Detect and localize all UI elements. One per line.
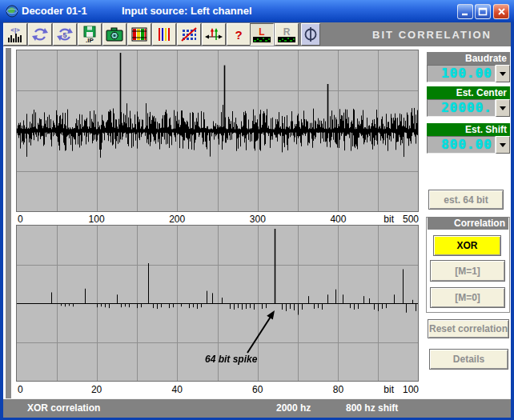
floppy-disk-icon [81, 26, 98, 38]
mode-heading: BIT CORRELATION [372, 29, 492, 41]
right-waveform-icon [278, 37, 295, 42]
dropdown-arrow-icon [500, 106, 506, 110]
title-bar[interactable]: Decoder 01-1 Input source: Left channel [0, 0, 514, 22]
help-button[interactable]: ? [227, 23, 251, 46]
save-ip-button[interactable]: .IP [78, 23, 102, 46]
refresh-icon [30, 25, 50, 44]
help-icon: ? [235, 29, 242, 41]
axis-tick-label: 0 [18, 384, 23, 395]
right-channel-button[interactable]: R [275, 23, 299, 46]
m0-button[interactable]: [M=0] [430, 287, 505, 308]
refresh-button[interactable] [28, 23, 52, 46]
annotation-arrow-icon [243, 306, 279, 358]
camera-icon [105, 27, 124, 42]
est-center-dropdown-button[interactable] [496, 99, 510, 117]
spectrum-icon: <|> [6, 25, 25, 44]
status-mode: XOR correlation [27, 402, 100, 414]
status-center-freq: 2000 hz [276, 402, 311, 414]
est-shift-dropdown-button[interactable] [496, 136, 510, 154]
close-button[interactable] [493, 4, 509, 19]
refresh-5-icon: 5 [55, 25, 74, 44]
shift-marker-button[interactable] [202, 23, 226, 46]
axis-arrows-icon [204, 26, 223, 43]
grid-disable-button[interactable] [177, 23, 201, 46]
axis-tick-label: 100 [403, 384, 419, 395]
left-channel-button[interactable]: L [250, 23, 274, 46]
axis-tick-label: 60 [252, 384, 263, 395]
dropdown-arrow-icon [500, 143, 506, 147]
axis-unit-label: bit [383, 214, 394, 225]
axis-unit-label: bit [383, 384, 394, 395]
svg-text:<|>: <|> [10, 26, 20, 34]
left-channel-label: L [259, 27, 264, 37]
est-shift-value[interactable]: 800.00 [427, 136, 496, 154]
axis-tick-label: 100 [89, 214, 105, 225]
lower-chart-axis: 020406080100bit [16, 384, 419, 395]
window-content: <|> [3, 22, 511, 417]
axis-tick-label: 200 [169, 214, 185, 225]
axis-tick-label: 300 [250, 214, 266, 225]
left-waveform-icon [253, 37, 271, 42]
minimize-button[interactable] [457, 4, 473, 19]
status-shift: 800 hz shift [346, 402, 398, 414]
axis-tick-label: 500 [403, 214, 419, 225]
est-64-bit-button[interactable]: est. 64 bit [428, 190, 504, 210]
color-bars-icon [130, 26, 149, 43]
est-center-caption: Est. Center [427, 86, 510, 99]
upper-chart-panel [16, 50, 419, 212]
status-bar: XOR correlation 2000 hz 800 hz shift [3, 398, 511, 418]
baudrate-caption: Baudrate [427, 52, 510, 65]
axis-tick-label: 40 [172, 384, 183, 395]
refresh-5-button[interactable]: 5 [53, 23, 77, 46]
upper-correlation-chart[interactable] [17, 50, 418, 211]
power-circle-icon [301, 26, 320, 43]
window-subtitle: Input source: Left channel [122, 5, 252, 17]
baudrate-dropdown-button[interactable] [496, 65, 510, 82]
axis-tick-label: 400 [330, 214, 346, 225]
maximize-icon [478, 7, 488, 16]
maximize-button[interactable] [475, 4, 491, 19]
m1-button[interactable]: [M=1] [430, 260, 505, 282]
right-channel-label: R [283, 27, 291, 37]
color-lines-icon [155, 26, 174, 43]
window-title: Decoder 01-1 [22, 5, 87, 17]
svg-text:5: 5 [62, 31, 66, 39]
app-globe-icon [6, 5, 18, 18]
est-shift-caption: Est. Shift [427, 123, 510, 136]
left-panel-strip [6, 48, 11, 398]
snapshot-button[interactable] [102, 23, 126, 46]
est-center-value[interactable]: 20000. [427, 99, 496, 117]
minimize-icon [460, 7, 470, 16]
xor-button[interactable]: XOR [433, 235, 501, 256]
crossed-grid-icon [179, 26, 199, 43]
thin-lines-button[interactable] [152, 23, 176, 46]
axis-tick-label: 80 [333, 384, 343, 395]
toolbar: <|> [3, 22, 511, 46]
save-ip-label: .IP [86, 38, 94, 44]
spectrum-button[interactable]: <|> [3, 23, 27, 46]
reset-correlation-button[interactable]: Reset correlation [428, 319, 509, 338]
axis-tick-label: 20 [91, 384, 102, 395]
upper-chart-axis: 0100200300400500bit [16, 214, 419, 225]
est-shift-field: 800.00 [427, 136, 510, 154]
correlation-heading: Correlation [428, 217, 508, 230]
palette-bars-button[interactable] [127, 23, 151, 46]
dropdown-arrow-icon [500, 72, 506, 76]
est-center-field: 20000. [427, 99, 510, 117]
details-button[interactable]: Details [429, 349, 508, 370]
decoder-window: Decoder 01-1 Input source: Left channel … [0, 0, 514, 420]
close-icon [497, 7, 506, 16]
baudrate-value[interactable]: 100.00 [427, 65, 496, 82]
axis-tick-label: 0 [18, 214, 23, 225]
phase-button[interactable] [301, 23, 320, 46]
baudrate-field: 100.00 [427, 65, 510, 82]
